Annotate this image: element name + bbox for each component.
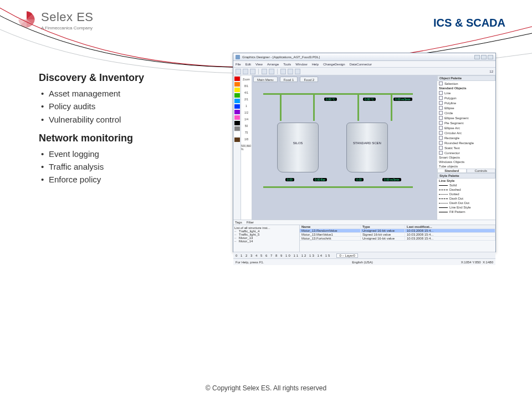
tree-item[interactable]: Motor_14: [234, 240, 298, 243]
object-item[interactable]: Line: [444, 91, 451, 95]
smart-objects-label[interactable]: Smart Objects: [439, 156, 460, 159]
object-item[interactable]: Polyline: [444, 101, 456, 105]
color-swatch[interactable]: [234, 93, 240, 98]
font-size-field[interactable]: 12: [489, 70, 493, 73]
standard-objects-label[interactable]: Standard Objects: [439, 86, 467, 90]
toolbar-button[interactable]: [288, 69, 293, 74]
tab-main[interactable]: Main Menu: [253, 77, 278, 82]
color-swatch[interactable]: [234, 115, 240, 120]
object-item[interactable]: Connector: [444, 151, 460, 155]
col-mod[interactable]: Last modificat...: [405, 225, 495, 228]
object-item[interactable]: Circle: [444, 111, 453, 115]
toolbar-button[interactable]: [262, 69, 267, 74]
color-swatch[interactable]: [234, 99, 240, 103]
zoom-mark[interactable]: 500,860 %: [241, 144, 252, 151]
zoom-mark[interactable]: 1: [245, 104, 247, 108]
zoom-mark[interactable]: 2/1: [244, 98, 248, 101]
toolbar-button[interactable]: [236, 69, 241, 74]
color-palette[interactable]: [233, 75, 241, 220]
menu-file[interactable]: File: [236, 63, 241, 66]
tab-food1[interactable]: Food 1: [280, 77, 298, 82]
pattern-item[interactable]: Dash Dot: [449, 197, 463, 200]
tab-food2[interactable]: Food 2: [300, 77, 318, 82]
toolbar-button[interactable]: [250, 69, 255, 74]
color-swatch[interactable]: [234, 104, 240, 109]
tank-right-label: STANDARD SCEN: [347, 141, 387, 145]
toolbar-button[interactable]: [269, 69, 274, 74]
object-item[interactable]: Ellipse Arc: [444, 126, 460, 130]
object-item[interactable]: Ellipse Segment: [444, 116, 468, 120]
col-type[interactable]: Type: [361, 225, 405, 228]
window-titlebar: Graphics Designer - [Applications_AGT_Fo…: [233, 53, 495, 61]
menu-arrange[interactable]: Arrange: [267, 63, 279, 66]
object-item[interactable]: Rounded Rectangle: [444, 141, 474, 145]
shape-icon: [439, 151, 443, 155]
pattern-item[interactable]: Fill Pattern: [449, 210, 466, 213]
table-row[interactable]: Motor_13.RandomValue Unsigned 16-bit val…: [300, 229, 495, 233]
readout: 0.00 m/3min: [382, 178, 401, 181]
tank-left-label: SILOS: [278, 141, 318, 145]
line-style-label[interactable]: Line Style: [439, 179, 454, 182]
zoom-mark[interactable]: 75: [245, 131, 248, 134]
minimize-button[interactable]: [474, 55, 480, 59]
readout: 0.00 Bar: [313, 178, 327, 181]
zoom-mark[interactable]: 1/4: [244, 118, 248, 121]
object-item[interactable]: Circular Arc: [444, 131, 462, 135]
object-item[interactable]: Static Text: [444, 146, 460, 150]
zoom-bar[interactable]: Zoom8/14/12/111/21/450751/8500,860 %: [241, 75, 252, 220]
object-item[interactable]: Ellipse: [444, 106, 454, 110]
pattern-item[interactable]: Dotted: [449, 192, 459, 196]
menu-help[interactable]: Help: [312, 63, 319, 66]
pattern-item[interactable]: Dash Dot Dot: [449, 201, 469, 205]
toolbar-button[interactable]: [280, 69, 286, 74]
object-item[interactable]: Polygon: [444, 96, 457, 100]
brand-header: Selex ES A Finmeccanica Company: [18, 10, 94, 30]
windows-objects-label[interactable]: Windows Objects: [439, 160, 464, 164]
color-swatch[interactable]: [234, 126, 240, 131]
zoom-mark[interactable]: 4/1: [244, 91, 248, 94]
maximize-button[interactable]: [481, 55, 487, 59]
tab-standard[interactable]: Standard: [437, 169, 467, 173]
heading-discovery: Discovery & Inventory: [39, 72, 144, 84]
object-item[interactable]: Pie Segment: [444, 121, 463, 125]
selection-label[interactable]: Selection: [444, 82, 458, 85]
color-swatch[interactable]: [234, 138, 240, 142]
color-swatch[interactable]: [234, 88, 240, 92]
zoom-mark[interactable]: 8/1: [244, 84, 248, 88]
tab-controls[interactable]: Controls: [467, 169, 496, 173]
pattern-item[interactable]: Dashed: [449, 188, 461, 191]
bullet-policy: Policy audits: [39, 100, 144, 113]
zoom-mark[interactable]: Zoom: [243, 78, 250, 81]
pattern-item[interactable]: Solid: [449, 184, 457, 187]
table-row[interactable]: Motor_13.Fortschritt Unsigned 16-bit val…: [300, 237, 495, 241]
zoom-mark[interactable]: 1/2: [244, 111, 248, 114]
color-swatch[interactable]: [234, 110, 240, 114]
menu-view[interactable]: View: [255, 63, 263, 66]
zoom-mark[interactable]: 50: [245, 124, 248, 128]
object-palette-panel: Object Palette Selection Standard Object…: [437, 75, 495, 220]
toolbar-button[interactable]: [295, 69, 300, 74]
color-swatch[interactable]: [234, 82, 240, 86]
object-item[interactable]: Rectangle: [444, 136, 459, 140]
footer-copyright: © Copyright Selex ES. All rights reserve…: [0, 384, 532, 392]
table-row[interactable]: Motor_13.ManValue1 Signed 16-bit value 1…: [300, 233, 495, 237]
zoom-mark[interactable]: 1/8: [244, 138, 248, 141]
brand-name: Selex ES: [41, 10, 94, 24]
pattern-item[interactable]: Line End Style: [449, 206, 471, 209]
menu-tools[interactable]: Tools: [283, 63, 291, 66]
menu-changedesign[interactable]: ChangeDesign: [323, 63, 345, 66]
menu-window[interactable]: Window: [295, 63, 307, 66]
menu-dataconnector[interactable]: DataConnector: [350, 63, 372, 66]
shape-icon: [439, 96, 443, 100]
close-button[interactable]: [488, 55, 493, 59]
design-canvas[interactable]: Main Menu Food 1 Food 2 SILOS STANDARD S…: [252, 75, 437, 220]
color-swatch[interactable]: [234, 132, 240, 136]
color-swatch[interactable]: [234, 77, 240, 81]
layer-select[interactable]: 0 – Layer0: [336, 253, 357, 258]
menu-edit[interactable]: Edit: [245, 63, 251, 66]
layer-ruler: 0 1 2 3 4 5 6 7 8 9 10 11 12 13 14 15: [236, 254, 331, 257]
toolbar-button[interactable]: [243, 69, 248, 74]
color-swatch[interactable]: [234, 121, 240, 125]
col-name[interactable]: Name: [300, 225, 361, 228]
tube-objects-label[interactable]: Tube objects: [439, 165, 458, 168]
